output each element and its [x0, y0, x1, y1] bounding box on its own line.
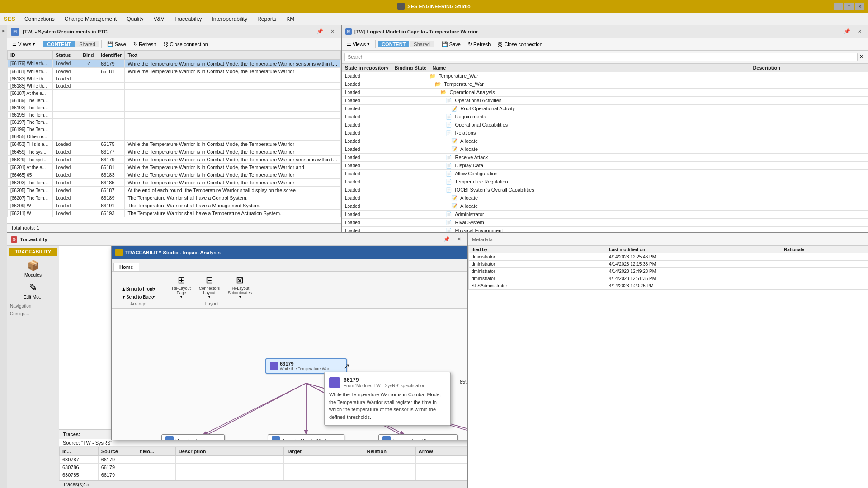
tree-row[interactable]: Loaded 📄 Operational Activities [342, 97, 868, 105]
table-row[interactable]: [66199] The Tem... [8, 126, 341, 133]
node-register-time[interactable]: Register Time [161, 434, 225, 440]
diagram-area[interactable]: 66179 While the Temperature War... ↗ [112, 309, 467, 440]
tree-name: 📝 Allocate [429, 194, 750, 202]
menu-traceability[interactable]: Traceability [170, 15, 207, 23]
relayout-page-btn[interactable]: ⊞ Re-LayoutPage ▾ [169, 273, 194, 300]
trace-close[interactable]: ✕ [454, 235, 464, 243]
capella-shared-badge[interactable]: Shared [410, 41, 433, 47]
table-row[interactable]: [66193] The Tem... [8, 104, 341, 112]
table-row[interactable]: [66195] The Tem... [8, 112, 341, 119]
table-row[interactable]: [66453] THis is a... Loaded 66175 While … [8, 141, 341, 148]
table-row[interactable]: [66211] W Loaded 66193 The Temperature W… [8, 210, 341, 217]
capella-save-btn[interactable]: 💾 Save [439, 40, 464, 48]
trace-pin[interactable]: 📌 [441, 235, 453, 243]
ptc-table[interactable]: ID Status Bind Identifier Text [66179] W… [7, 51, 341, 223]
menu-km[interactable]: KM [282, 15, 299, 23]
trace-row[interactable]: 630787 66179 [60, 456, 467, 464]
tree-row[interactable]: Loaded 📝 Root Operational Activity [342, 105, 868, 113]
table-row[interactable]: [66183] While th... Loaded [8, 75, 341, 83]
tree-row[interactable]: Loaded 📄 Rival System [342, 219, 868, 227]
ptc-content-badge[interactable]: CONTENT [43, 41, 75, 47]
meta-row[interactable]: dministrator 4/14/2023 12:51:36 PM [469, 275, 868, 282]
table-row[interactable]: [66189] The Tem... [8, 97, 341, 104]
table-row[interactable]: [66205] The Tem... Loaded 66187 At the e… [8, 187, 341, 194]
table-row[interactable]: [66197] The Tem... [8, 119, 341, 126]
meta-row[interactable]: SESAdministrator 4/14/2023 1:20:25 PM [469, 282, 868, 290]
trace-row[interactable]: 630785 66179 [60, 471, 467, 479]
table-row[interactable]: [66459] The sys... Loaded 66177 While th… [8, 148, 341, 156]
modules-btn[interactable]: 📦 Modules [9, 258, 57, 280]
node-activate-ready[interactable]: Activate Ready Mod [268, 434, 344, 440]
edit-mode-btn[interactable]: ✎ Edit Mo... [9, 280, 57, 302]
capella-close-conn-btn[interactable]: ⛓ Close connection [495, 40, 545, 48]
tree-row[interactable]: Loaded 📝 Allocate [342, 194, 868, 202]
tree-row[interactable]: Loaded 📂 Operational Analysis [342, 89, 868, 97]
capella-panel-close[interactable]: ✕ [855, 28, 864, 35]
tree-row[interactable]: Loaded 📄 Receive Attack [342, 154, 868, 162]
minimize-button[interactable]: — [834, 3, 843, 10]
menu-change-management[interactable]: Change Management [60, 15, 121, 23]
send-to-back-btn[interactable]: ▼ Send to Back ▾ [119, 293, 157, 300]
ptc-panel-pin[interactable]: 📌 [314, 28, 326, 35]
tree-row[interactable]: Loaded 📄 Display Data [342, 162, 868, 170]
menu-connections[interactable]: Connections [20, 15, 59, 23]
menu-quality[interactable]: Quality [122, 15, 148, 23]
bring-to-front-btn[interactable]: ▲ Bring to Front ▾ [119, 285, 157, 292]
ptc-panel-close[interactable]: ✕ [328, 28, 337, 35]
table-row[interactable]: [66185] While th... Loaded [8, 83, 341, 90]
menu-interoperability[interactable]: Interoperability [207, 15, 252, 23]
table-row[interactable]: [66629] The syst... Loaded 66179 While t… [8, 156, 341, 164]
tree-row[interactable]: Loaded 📄 Relations [342, 129, 868, 137]
capella-search-clear[interactable]: ✕ [858, 53, 865, 61]
table-row[interactable]: [66209] W Loaded 66191 The Temperature W… [8, 202, 341, 210]
ptc-refresh-btn[interactable]: ↻ Refresh [130, 40, 160, 48]
capella-views-btn[interactable]: ☰ Views ▾ [344, 40, 373, 48]
menu-vv[interactable]: V&V [149, 15, 169, 23]
capella-tree[interactable]: State in repository Binding State Name D… [342, 63, 868, 232]
relayout-subordinates-btn[interactable]: ⊠ Re-LayoutSubordinates ▾ [225, 273, 255, 300]
send-back-icon: ▼ [121, 294, 126, 300]
ptc-views-btn[interactable]: ☰ Views ▾ [9, 40, 38, 48]
tree-row[interactable]: Loaded 📄 Operational Capabilities [342, 121, 868, 129]
tree-row[interactable]: Loaded 📁 Temperature_War [342, 72, 868, 80]
tree-row[interactable]: Loaded 📄 Physical Environment [342, 227, 868, 232]
tree-row[interactable]: Loaded 📂 Temperature_War [342, 80, 868, 89]
capella-panel-pin[interactable]: 📌 [841, 28, 853, 35]
table-row[interactable]: [66201] At the e... Loaded 66181 While t… [8, 164, 341, 171]
capella-search-input[interactable] [344, 53, 858, 61]
table-row[interactable]: [66203] The Tem... Loaded 66185 While th… [8, 179, 341, 187]
meta-row[interactable]: dministrator 4/14/2023 12:25:46 PM [469, 253, 868, 261]
maximize-button[interactable]: □ [844, 3, 854, 10]
table-row[interactable]: [66465] 65 Loaded 66183 While the Temper… [8, 171, 341, 179]
menu-reports[interactable]: Reports [253, 15, 281, 23]
meta-row[interactable]: dministrator 4/14/2023 12:15:38 PM [469, 261, 868, 268]
node-temperature-warrior[interactable]: Temperature Warrio... [378, 434, 458, 440]
center-node[interactable]: 66179 While the Temperature War... ↗ [265, 358, 347, 374]
tree-row[interactable]: Loaded 📝 Allocate [342, 137, 868, 145]
trace-table[interactable]: Id... Source t Mo... Description Target … [59, 447, 467, 480]
close-button[interactable]: ✕ [855, 3, 864, 10]
tree-row[interactable]: Loaded 📄 Allow Configuration [342, 170, 868, 178]
dialog-tab-home[interactable]: Home [113, 263, 139, 271]
tree-row[interactable]: Loaded 📄 Requirements [342, 113, 868, 121]
table-row[interactable]: [66455] Other re... [8, 133, 341, 141]
tree-row[interactable]: Loaded 📄 [OCB] System's Overall Capabili… [342, 186, 868, 194]
capella-refresh-btn[interactable]: ↻ Refresh [465, 40, 494, 48]
table-row[interactable]: [66207] The Tem... Loaded 66189 The Temp… [8, 194, 341, 202]
table-row[interactable]: [66187] At the e... [8, 90, 341, 97]
meta-row[interactable]: dministrator 4/14/2023 12:49:28 PM [469, 268, 868, 275]
table-row[interactable]: [66179] While th... Loaded ✓ 66179 While… [8, 60, 341, 68]
tree-row[interactable]: Loaded 📝 Allocate [342, 202, 868, 211]
traceability-panel: ⊛ Traceability 📌 ✕ TRACEABILITY 📦 Modu [7, 233, 468, 488]
capella-content-badge[interactable]: CONTENT [378, 41, 409, 47]
table-row[interactable]: [66181] While th... Loaded 66181 While t… [8, 68, 341, 75]
tree-row[interactable]: Loaded 📄 Administrator [342, 211, 868, 219]
meta-table-container[interactable]: ified by Last modified on Rationale dmin… [468, 246, 868, 488]
tree-row[interactable]: Loaded 📝 Allocate [342, 145, 868, 154]
tree-row[interactable]: Loaded 📄 Temperature Regulation [342, 178, 868, 186]
trace-row[interactable]: 630786 66179 [60, 464, 467, 471]
connectors-layout-btn[interactable]: ⊟ ConnectorsLayout ▾ [196, 273, 223, 300]
ptc-shared-badge[interactable]: Shared [75, 41, 99, 47]
ptc-close-conn-btn[interactable]: ⛓ Close connection [160, 40, 211, 48]
ptc-save-btn[interactable]: 💾 Save [104, 40, 129, 48]
